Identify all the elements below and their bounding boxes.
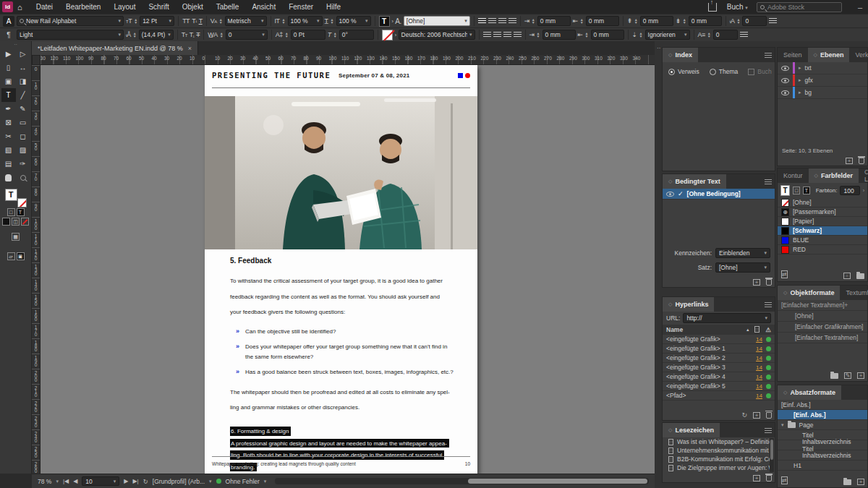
font-size-field[interactable]: 12 Pt▾	[140, 16, 174, 26]
numbered-list-icon[interactable]	[740, 32, 748, 38]
new-layer-icon[interactable]: +	[846, 158, 853, 164]
tab-hyperlinks[interactable]: ◇Hyperlinks	[663, 297, 714, 312]
bookmark-item[interactable]: Unternehmenskommunikation mit M...	[663, 446, 775, 455]
page-photo[interactable]	[205, 96, 477, 249]
justify-left-icon[interactable]	[483, 32, 491, 38]
apply-none-button[interactable]	[21, 218, 29, 226]
home-icon[interactable]: ⌂	[17, 3, 22, 12]
vscale-stepper[interactable]: ▲▼	[282, 18, 286, 24]
layer-row[interactable]: ▸ txt	[778, 62, 867, 74]
page-header[interactable]: PRESENTING THE FUTURE September 07 & 08,…	[212, 71, 470, 80]
indent-first-stepper[interactable]: ▲▼	[580, 18, 584, 24]
formatting-text-icon[interactable]: T	[17, 208, 25, 216]
tab-index[interactable]: ◇Index	[663, 48, 698, 62]
paragraph-style-row[interactable]: Inhaltsverzeichnis Titel	[778, 440, 867, 450]
justify-right-icon[interactable]	[503, 32, 511, 38]
tracking-stepper[interactable]: ▲▼	[220, 32, 224, 38]
toolbar-grip[interactable]: ‥	[14, 41, 17, 47]
swatch-row[interactable]: ⊕[Passermarken]	[778, 207, 867, 217]
rectangle-tool[interactable]: ▭	[16, 116, 30, 129]
section-heading[interactable]: 5. Feedback	[230, 257, 456, 265]
justify-all-icon[interactable]	[514, 32, 522, 38]
tab-lesezeichen[interactable]: ◇Lesezeichen	[663, 423, 720, 437]
tab-objektformate[interactable]: ◇Objektformate	[778, 286, 840, 300]
expand-chevron-icon[interactable]: ▸	[799, 90, 801, 95]
menu-bearbeiten[interactable]: Bearbeiten	[59, 0, 107, 14]
stroke-swatch[interactable]	[17, 198, 27, 207]
menu-datei[interactable]: Datei	[30, 0, 59, 14]
apply-gradient-button[interactable]: ◫	[12, 218, 20, 226]
hyperlink-row[interactable]: <eingefügte Grafik>14	[663, 335, 775, 344]
tab-verknuepfungen[interactable]: Verknüpfun	[849, 48, 868, 62]
page-footer[interactable]: Whitepaper marketing: creating lead magn…	[212, 461, 470, 466]
gradient-tool[interactable]: ▧	[1, 143, 16, 157]
layer-visibility-icon[interactable]	[781, 66, 789, 71]
char-style-field[interactable]: [Ohne]▾	[404, 16, 470, 26]
hyperlink-row[interactable]: <eingefügte Grafik> 414	[663, 372, 775, 382]
menu-fenster[interactable]: Fenster	[282, 0, 320, 14]
tab-cc-libraries[interactable]: CC Libr	[859, 168, 868, 183]
share-icon[interactable]	[708, 3, 717, 12]
layer-row[interactable]: ▸ bg	[778, 87, 867, 99]
status-dropdown-icon[interactable]: ▾	[264, 479, 267, 484]
page-header-title[interactable]: PRESENTING THE FUTURE	[212, 71, 331, 80]
swatch-view-icon[interactable]: ▫	[843, 273, 851, 279]
tab-kontur[interactable]: Kontur	[778, 168, 809, 183]
last-page-button[interactable]: ▶|	[132, 478, 138, 484]
dropcap-chars-stepper[interactable]: ▲▼	[707, 32, 711, 38]
delete-condition-icon[interactable]	[766, 279, 772, 286]
layer-row[interactable]: ▸ gfx	[778, 74, 867, 87]
leading-field[interactable]: (14,4 Pt)▾	[139, 30, 174, 40]
page-tool[interactable]: ▯	[1, 61, 16, 74]
free-transform-tool[interactable]: ◻	[16, 129, 30, 143]
dropcap-chars-field[interactable]: 0	[713, 30, 738, 40]
delete-layer-icon[interactable]	[859, 158, 864, 164]
eyedropper-tool[interactable]: ✑	[16, 157, 30, 171]
justify-icon[interactable]	[509, 18, 516, 24]
list-item[interactable]: » Does your whitepaper offer your target…	[236, 342, 456, 361]
object-style-row[interactable]: [Ohne]	[778, 311, 867, 322]
bookmark-item[interactable]: B2B-Kommunikation mit Erfolg: Cont...	[663, 455, 775, 463]
fill-expand-icon[interactable]: ›	[392, 19, 393, 24]
content-collector-tool[interactable]: ▣	[1, 74, 16, 88]
menu-layout[interactable]: Layout	[107, 0, 142, 14]
list-item[interactable]: » Can the objective still be identified?	[236, 327, 456, 337]
object-style-row[interactable]: [Einfacher Grafikrahmen]	[778, 322, 867, 333]
align-left-icon[interactable]	[478, 18, 486, 24]
pen-tool[interactable]: ✒	[1, 102, 16, 116]
intro-line[interactable]: feedback regarding the content as well a…	[230, 289, 456, 305]
kerning-stepper[interactable]: ▲▼	[219, 18, 223, 24]
swatch-kind-icon[interactable]: ⇄	[781, 266, 788, 279]
r2-field1[interactable]: 0 mm	[542, 30, 576, 40]
stroke-expand-icon[interactable]: ›	[395, 33, 396, 38]
pasteboard[interactable]: PRESENTING THE FUTURE September 07 & 08,…	[41, 65, 655, 474]
collapse-chevron-icon[interactable]: ▾	[781, 422, 784, 428]
space-before-stepper[interactable]: ▲▼	[634, 18, 638, 24]
skew-field[interactable]: 0°	[339, 30, 374, 40]
tab-farbfelder[interactable]: ◇Farbfelder	[809, 168, 859, 183]
indent-first-field[interactable]: 0 mm	[586, 16, 619, 26]
dropcap-lines-stepper[interactable]: ▲▼	[737, 18, 741, 24]
intro-line[interactable]: your feedback givers the following quest…	[230, 304, 456, 320]
delete-hyperlink-icon[interactable]	[766, 412, 772, 419]
panel-collapse-icon[interactable]: ‥	[657, 43, 660, 50]
tab-seiten[interactable]: Seiten	[778, 48, 808, 62]
fill-color-proxy[interactable]: T	[379, 16, 390, 27]
para-line[interactable]: ling and grammar mistakes or other discr…	[230, 400, 456, 416]
menu-tabelle[interactable]: Tabelle	[210, 0, 246, 14]
selected-text-line[interactable]: 6. Formatting & design	[230, 426, 456, 438]
style-folder-row[interactable]: ▾ Page	[778, 420, 867, 430]
page-link[interactable]: 14	[756, 346, 762, 352]
new-group-icon[interactable]	[856, 273, 864, 279]
clear-overrides-icon[interactable]: ✎	[844, 372, 851, 379]
line-tool[interactable]: ╱	[16, 88, 30, 102]
style-options-icon[interactable]: ⇄	[781, 476, 788, 484]
apply-color-button[interactable]	[2, 218, 10, 226]
scissors-tool[interactable]: ✂	[1, 129, 16, 143]
tint-dropdown-icon[interactable]: ›	[863, 188, 864, 193]
close-tab-icon[interactable]: ×	[188, 45, 192, 52]
delete-bookmark-icon[interactable]	[766, 475, 772, 481]
zoom-dropdown-icon[interactable]: ▾	[56, 479, 59, 484]
url-field[interactable]: http://▾	[683, 313, 771, 323]
space-after-field[interactable]: 0 mm	[689, 16, 722, 26]
